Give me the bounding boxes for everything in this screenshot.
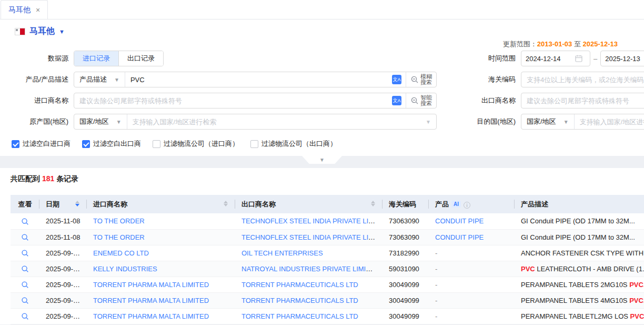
results-panel: 共匹配到181条记录 查看 日期 进口商名称 出口商名称 海关编码 产品AIi … bbox=[0, 168, 644, 324]
product-link[interactable]: CONDUIT PIPE bbox=[435, 233, 484, 241]
time-range-label: 时间范围 bbox=[459, 54, 521, 63]
table-row: 2025-09-18 KELLY INDUSTRIES NATROYAL IND… bbox=[11, 261, 644, 277]
date-cell: 2025-09-10 bbox=[39, 277, 87, 292]
product-cell: - bbox=[429, 308, 515, 324]
importer-link[interactable]: TORRENT PHARMA MALTA LIMITED bbox=[93, 281, 209, 289]
tab-export-records[interactable]: 出口记录 bbox=[118, 51, 163, 66]
view-record-icon[interactable] bbox=[21, 249, 29, 257]
description-cell: ANCHOR FASTENER CSK TYPE WITH ... bbox=[515, 245, 644, 261]
tab-malta[interactable]: 马耳他 × bbox=[1, 0, 48, 19]
view-record-cell[interactable] bbox=[11, 213, 39, 229]
checkbox-filter-blank-importer[interactable]: 过滤空白进口商 bbox=[12, 139, 71, 149]
date-cell: 2025-11-08 bbox=[39, 229, 87, 245]
sort-icon-importer[interactable] bbox=[224, 201, 228, 206]
exporter-cell: OIL TECH ENTERPRISES bbox=[235, 245, 383, 261]
description-cell: PERAMPANEL TABLETS 2MG10S PVC... bbox=[515, 277, 644, 292]
view-record-cell[interactable] bbox=[11, 261, 39, 277]
collapse-filters-handle[interactable]: ▼ bbox=[302, 156, 342, 164]
tab-close-icon[interactable]: × bbox=[36, 6, 40, 14]
product-link[interactable]: CONDUIT PIPE bbox=[435, 217, 484, 225]
translate-icon[interactable]: 文A bbox=[392, 75, 401, 84]
product-search-input[interactable] bbox=[125, 72, 392, 87]
view-record-icon[interactable] bbox=[21, 265, 29, 273]
date-cell: 2025-09-18 bbox=[39, 261, 87, 277]
importer-name-input[interactable] bbox=[74, 93, 392, 108]
date-cell: 2025-11-08 bbox=[39, 213, 87, 229]
checkbox-icon[interactable] bbox=[82, 140, 90, 148]
date-range-dash: – bbox=[593, 55, 597, 63]
product-cell: - bbox=[429, 245, 515, 261]
hs-code-input[interactable] bbox=[521, 72, 644, 87]
tab-import-records[interactable]: 进口记录 bbox=[74, 51, 118, 66]
update-range-from: 2013-01-03 bbox=[537, 40, 572, 48]
checkbox-icon[interactable] bbox=[153, 140, 160, 148]
description-cell: PVC LEATHERCLOTH - AMB DRIVE (1... bbox=[515, 261, 644, 277]
exporter-link[interactable]: TECHNOFLEX STEEL INDIA PRIVATE LIMITED bbox=[242, 217, 383, 225]
date-to-input[interactable] bbox=[605, 55, 644, 63]
exporter-link[interactable]: NATROYAL INDUSTRIES PRIVATE LIMITED bbox=[242, 265, 379, 273]
checkbox-icon[interactable] bbox=[250, 140, 258, 148]
origin-country-input[interactable] bbox=[127, 114, 426, 129]
column-header-importer[interactable]: 进口商名称 bbox=[87, 195, 235, 213]
description-cell: GI Conduit PIPE (OD 17MM to 32M... bbox=[515, 229, 644, 245]
data-source-label: 数据源 bbox=[0, 54, 74, 63]
product-type-select[interactable]: 产品描述▼ bbox=[74, 72, 125, 87]
hs-code-cell: 73182990 bbox=[383, 245, 429, 261]
smart-search-button[interactable]: 智能搜索 bbox=[406, 93, 436, 108]
chevron-down-icon: ▼ bbox=[319, 157, 325, 163]
hs-code-label: 海关编码 bbox=[459, 75, 521, 84]
view-record-cell[interactable] bbox=[11, 229, 39, 245]
checkbox-filter-blank-exporter[interactable]: 过滤空白出口商 bbox=[82, 139, 141, 149]
exporter-link[interactable]: TECHNOFLEX STEEL INDIA PRIVATE LIMITED bbox=[242, 233, 383, 241]
importer-link[interactable]: TORRENT PHARMA MALTA LIMITED bbox=[93, 312, 209, 320]
column-header-date[interactable]: 日期 bbox=[39, 195, 87, 213]
product-cell: - bbox=[429, 261, 515, 277]
country-selector[interactable]: 马耳他 ▼ bbox=[0, 19, 644, 39]
view-record-icon[interactable] bbox=[21, 281, 29, 289]
chevron-down-icon: ▼ bbox=[114, 77, 119, 83]
view-record-cell[interactable] bbox=[11, 308, 39, 324]
importer-link[interactable]: ENEMED CO LTD bbox=[93, 249, 149, 257]
importer-link[interactable]: TO THE ORDER bbox=[93, 217, 145, 225]
hs-code-cell: 73063090 bbox=[383, 213, 429, 229]
view-record-cell[interactable] bbox=[11, 245, 39, 261]
translate-icon[interactable]: 文A bbox=[392, 96, 401, 105]
view-record-icon[interactable] bbox=[21, 218, 29, 225]
date-cell: 2025-09-10 bbox=[39, 308, 87, 324]
exporter-link[interactable]: TORRENT PHARMACEUTICALS LTD bbox=[242, 281, 358, 289]
date-from-input[interactable] bbox=[526, 55, 571, 63]
exporter-link[interactable]: TORRENT PHARMACEUTICALS LTD bbox=[242, 312, 358, 320]
date-from-field[interactable] bbox=[521, 51, 590, 66]
checkbox-icon[interactable] bbox=[12, 140, 19, 148]
exporter-link[interactable]: TORRENT PHARMACEUTICALS LTD bbox=[242, 297, 358, 304]
sort-icon-exporter[interactable] bbox=[371, 201, 375, 206]
view-record-cell[interactable] bbox=[11, 292, 39, 308]
importer-link[interactable]: TO THE ORDER bbox=[93, 233, 145, 241]
table-row: 2025-11-08 TO THE ORDER TECHNOFLEX STEEL… bbox=[11, 229, 644, 245]
view-record-cell[interactable] bbox=[11, 277, 39, 292]
importer-link[interactable]: KELLY INDUSTRIES bbox=[93, 265, 157, 273]
view-record-icon[interactable] bbox=[21, 297, 29, 304]
hs-code-cell: 30049099 bbox=[383, 292, 429, 308]
destination-country-input[interactable] bbox=[575, 114, 644, 129]
origin-country-select[interactable]: 国家/地区▼ bbox=[74, 114, 127, 129]
sort-icon-date[interactable] bbox=[75, 201, 79, 206]
checkbox-filter-logistics-exporter[interactable]: 过滤物流公司（出口商） bbox=[250, 139, 337, 149]
data-source-switch: 进口记录 出口记录 bbox=[74, 51, 164, 66]
importer-link[interactable]: TORRENT PHARMA MALTA LIMITED bbox=[93, 297, 209, 304]
fuzzy-search-button[interactable]: 模糊搜索 bbox=[406, 72, 436, 87]
hs-code-cell: 30049099 bbox=[383, 277, 429, 292]
date-to-field[interactable] bbox=[600, 51, 644, 66]
product-cell: - bbox=[429, 277, 515, 292]
view-record-icon[interactable] bbox=[21, 233, 29, 241]
chevron-down-icon: ▼ bbox=[59, 28, 65, 35]
exporter-link[interactable]: OIL TECH ENTERPRISES bbox=[242, 249, 323, 257]
destination-country-select[interactable]: 国家/地区▼ bbox=[521, 114, 575, 129]
exporter-name-input[interactable] bbox=[521, 93, 644, 108]
column-header-exporter[interactable]: 出口商名称 bbox=[235, 195, 383, 213]
product-cell: CONDUIT PIPE bbox=[429, 213, 515, 229]
checkbox-filter-logistics-importer[interactable]: 过滤物流公司（进口商） bbox=[153, 139, 239, 149]
info-icon[interactable]: i bbox=[464, 202, 470, 209]
view-record-icon[interactable] bbox=[21, 312, 29, 320]
calendar-icon bbox=[575, 55, 582, 62]
